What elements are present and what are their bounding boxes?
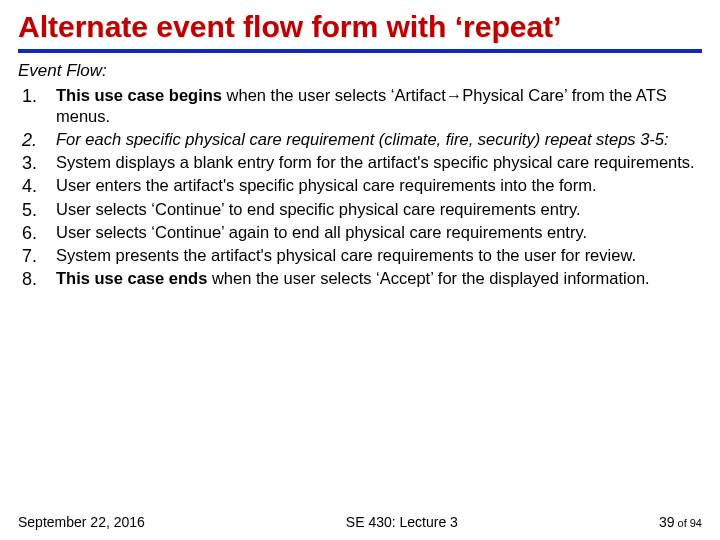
slide-title: Alternate event flow form with ‘repeat’ [18,10,702,43]
list-item: User selects ‘Continue’ to end specific … [18,199,702,220]
item-rest: For each specific physical care requirem… [56,130,669,148]
footer-date: September 22, 2016 [18,514,145,530]
section-label: Event Flow: [18,61,702,81]
event-flow-list: This use case begins when the user selec… [18,85,702,289]
list-item: User enters the artifact's specific phys… [18,175,702,196]
page-of: of [674,517,689,529]
list-item: This use case ends when the user selects… [18,268,702,289]
item-rest: System presents the artifact's physical … [56,246,636,264]
item-rest: User enters the artifact's specific phys… [56,176,597,194]
title-rule [18,49,702,53]
item-rest: System displays a blank entry form for t… [56,153,695,171]
list-item: System presents the artifact's physical … [18,245,702,266]
item-lead: This use case begins [56,86,222,104]
list-item: System displays a blank entry form for t… [18,152,702,173]
page-total: 94 [690,517,702,529]
item-rest: when the user selects ‘Accept’ for the d… [207,269,649,287]
item-rest: User selects ‘Continue’ to end specific … [56,200,581,218]
footer-course: SE 430: Lecture 3 [145,514,659,530]
slide-footer: September 22, 2016 SE 430: Lecture 3 39 … [18,514,702,530]
item-lead: This use case ends [56,269,207,287]
list-item: For each specific physical care requirem… [18,129,702,150]
footer-page: 39 of 94 [659,514,702,530]
item-rest: User selects ‘Continue’ again to end all… [56,223,587,241]
list-item: This use case begins when the user selec… [18,85,702,127]
list-item: User selects ‘Continue’ again to end all… [18,222,702,243]
page-current: 39 [659,514,675,530]
